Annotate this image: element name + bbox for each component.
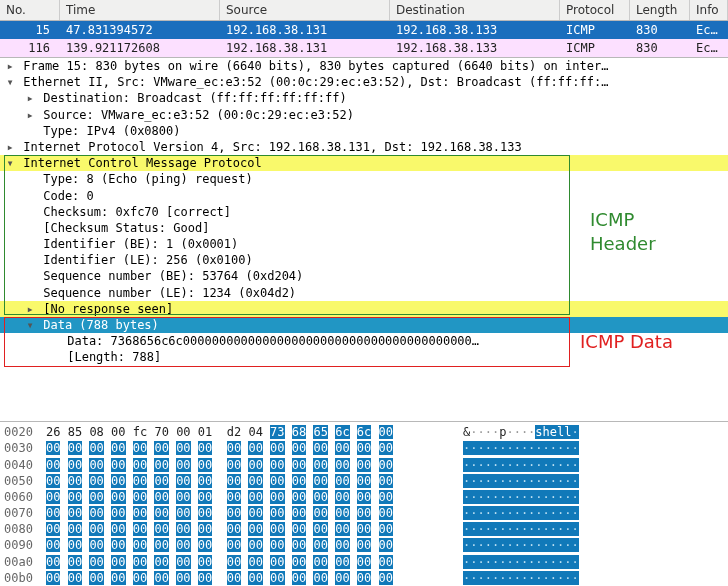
tree-line[interactable]: ▸ Sequence number (LE): 1234 (0x04d2) bbox=[0, 285, 728, 301]
disclosure-triangle-icon[interactable]: ▸ bbox=[24, 90, 36, 106]
hex-bytes: 26 85 08 00 fc 70 00 01 d2 04 73 68 65 6… bbox=[46, 424, 451, 440]
tree-line[interactable]: ▾ Internet Control Message Protocol bbox=[0, 155, 728, 171]
cell-no: 15 bbox=[0, 21, 60, 39]
tree-text: Destination: Broadcast (ff:ff:ff:ff:ff:f… bbox=[36, 91, 347, 105]
tree-line[interactable]: ▸ Frame 15: 830 bytes on wire (6640 bits… bbox=[0, 58, 728, 74]
cell-dst: 192.168.38.133 bbox=[390, 39, 560, 57]
disclosure-triangle-icon[interactable]: ▾ bbox=[4, 74, 16, 90]
packet-list: No. Time Source Destination Protocol Len… bbox=[0, 0, 728, 58]
hex-offset: 0090 bbox=[4, 537, 46, 553]
hex-ascii: ················ bbox=[451, 440, 724, 456]
hex-row[interactable]: 00b000 00 00 00 00 00 00 00 00 00 00 00 … bbox=[4, 570, 724, 586]
tree-text: Sequence number (BE): 53764 (0xd204) bbox=[36, 269, 303, 283]
hex-ascii: ················ bbox=[451, 521, 724, 537]
cell-len: 830 bbox=[630, 21, 690, 39]
cell-info: Ec… bbox=[690, 21, 728, 39]
tree-text: Internet Protocol Version 4, Src: 192.16… bbox=[16, 140, 522, 154]
tree-line[interactable]: ▸ Sequence number (BE): 53764 (0xd204) bbox=[0, 268, 728, 284]
hex-offset: 0080 bbox=[4, 521, 46, 537]
tree-text: Frame 15: 830 bytes on wire (6640 bits),… bbox=[16, 59, 608, 73]
hex-offset: 0050 bbox=[4, 473, 46, 489]
tree-text: Sequence number (LE): 1234 (0x04d2) bbox=[36, 286, 296, 300]
col-src[interactable]: Source bbox=[220, 0, 390, 20]
cell-src: 192.168.38.131 bbox=[220, 21, 390, 39]
tree-text: Code: 0 bbox=[36, 189, 94, 203]
cell-len: 830 bbox=[630, 39, 690, 57]
cell-info: Ec… bbox=[690, 39, 728, 57]
hex-ascii: ················ bbox=[451, 473, 724, 489]
tree-line[interactable]: ▸ Destination: Broadcast (ff:ff:ff:ff:ff… bbox=[0, 90, 728, 106]
hex-offset: 0070 bbox=[4, 505, 46, 521]
disclosure-triangle-icon[interactable]: ▸ bbox=[24, 301, 36, 317]
hex-ascii: ················ bbox=[451, 505, 724, 521]
hex-ascii: ················ bbox=[451, 489, 724, 505]
hex-offset: 00b0 bbox=[4, 570, 46, 586]
hex-row[interactable]: 006000 00 00 00 00 00 00 00 00 00 00 00 … bbox=[4, 489, 724, 505]
tree-line[interactable]: ▸ Internet Protocol Version 4, Src: 192.… bbox=[0, 139, 728, 155]
hex-bytes: 00 00 00 00 00 00 00 00 00 00 00 00 00 0… bbox=[46, 570, 451, 586]
cell-proto: ICMP bbox=[560, 39, 630, 57]
hex-offset: 0020 bbox=[4, 424, 46, 440]
packet-details: ▸ Frame 15: 830 bytes on wire (6640 bits… bbox=[0, 58, 728, 422]
hex-ascii: ················ bbox=[451, 554, 724, 570]
hex-bytes: 00 00 00 00 00 00 00 00 00 00 00 00 00 0… bbox=[46, 457, 451, 473]
tree-text: Data (788 bytes) bbox=[36, 318, 159, 332]
hex-ascii: ················ bbox=[451, 537, 724, 553]
hex-dump: 002026 85 08 00 fc 70 00 01 d2 04 73 68 … bbox=[0, 422, 728, 586]
cell-proto: ICMP bbox=[560, 21, 630, 39]
tree-text: Data: 7368656c6c000000000000000000000000… bbox=[60, 334, 479, 348]
tree-text: Type: 8 (Echo (ping) request) bbox=[36, 172, 253, 186]
tree-text: Checksum: 0xfc70 [correct] bbox=[36, 205, 231, 219]
cell-src: 192.168.38.131 bbox=[220, 39, 390, 57]
hex-ascii: ················ bbox=[451, 457, 724, 473]
hex-bytes: 00 00 00 00 00 00 00 00 00 00 00 00 00 0… bbox=[46, 554, 451, 570]
tree-line[interactable]: ▸ [No response seen] bbox=[0, 301, 728, 317]
col-info[interactable]: Info bbox=[690, 0, 728, 20]
tree-line[interactable]: ▸ Type: IPv4 (0x0800) bbox=[0, 123, 728, 139]
hex-bytes: 00 00 00 00 00 00 00 00 00 00 00 00 00 0… bbox=[46, 489, 451, 505]
tree-text: Type: IPv4 (0x0800) bbox=[36, 124, 181, 138]
hex-bytes: 00 00 00 00 00 00 00 00 00 00 00 00 00 0… bbox=[46, 521, 451, 537]
col-dst[interactable]: Destination bbox=[390, 0, 560, 20]
hex-row[interactable]: 002026 85 08 00 fc 70 00 01 d2 04 73 68 … bbox=[4, 424, 724, 440]
hex-offset: 00a0 bbox=[4, 554, 46, 570]
hex-bytes: 00 00 00 00 00 00 00 00 00 00 00 00 00 0… bbox=[46, 473, 451, 489]
tree-line[interactable]: ▸ Source: VMware_ec:e3:52 (00:0c:29:ec:e… bbox=[0, 107, 728, 123]
hex-offset: 0060 bbox=[4, 489, 46, 505]
hex-row[interactable]: 008000 00 00 00 00 00 00 00 00 00 00 00 … bbox=[4, 521, 724, 537]
col-no[interactable]: No. bbox=[0, 0, 60, 20]
disclosure-triangle-icon[interactable]: ▾ bbox=[24, 317, 36, 333]
col-time[interactable]: Time bbox=[60, 0, 220, 20]
hex-ascii: &····p····shell· bbox=[451, 424, 724, 440]
disclosure-triangle-icon[interactable]: ▸ bbox=[24, 107, 36, 123]
col-len[interactable]: Length bbox=[630, 0, 690, 20]
hex-row[interactable]: 007000 00 00 00 00 00 00 00 00 00 00 00 … bbox=[4, 505, 724, 521]
hex-row[interactable]: 009000 00 00 00 00 00 00 00 00 00 00 00 … bbox=[4, 537, 724, 553]
hex-bytes: 00 00 00 00 00 00 00 00 00 00 00 00 00 0… bbox=[46, 505, 451, 521]
disclosure-triangle-icon[interactable]: ▸ bbox=[4, 139, 16, 155]
tree-text: Ethernet II, Src: VMware_ec:e3:52 (00:0c… bbox=[16, 75, 608, 89]
cell-time: 139.921172608 bbox=[60, 39, 220, 57]
tree-line[interactable]: ▸ Identifier (LE): 256 (0x0100) bbox=[0, 252, 728, 268]
tree-line[interactable]: ▸ Checksum: 0xfc70 [correct] bbox=[0, 204, 728, 220]
tree-line[interactable]: ▸ Identifier (BE): 1 (0x0001) bbox=[0, 236, 728, 252]
tree-line[interactable]: ▸ [Length: 788] bbox=[0, 349, 728, 365]
hex-row[interactable]: 005000 00 00 00 00 00 00 00 00 00 00 00 … bbox=[4, 473, 724, 489]
packet-row[interactable]: 1547.831394572192.168.38.131192.168.38.1… bbox=[0, 21, 728, 39]
tree-line[interactable]: ▸ Code: 0 bbox=[0, 188, 728, 204]
packet-row[interactable]: 116139.921172608192.168.38.131192.168.38… bbox=[0, 39, 728, 57]
col-proto[interactable]: Protocol bbox=[560, 0, 630, 20]
hex-row[interactable]: 00a000 00 00 00 00 00 00 00 00 00 00 00 … bbox=[4, 554, 724, 570]
tree-text: [Checksum Status: Good] bbox=[36, 221, 209, 235]
tree-line[interactable]: ▾ Ethernet II, Src: VMware_ec:e3:52 (00:… bbox=[0, 74, 728, 90]
disclosure-triangle-icon[interactable]: ▸ bbox=[4, 58, 16, 74]
hex-row[interactable]: 004000 00 00 00 00 00 00 00 00 00 00 00 … bbox=[4, 457, 724, 473]
tree-line[interactable]: ▸ Data: 7368656c6c0000000000000000000000… bbox=[0, 333, 728, 349]
tree-line[interactable]: ▸ [Checksum Status: Good] bbox=[0, 220, 728, 236]
tree-line[interactable]: ▾ Data (788 bytes) bbox=[0, 317, 728, 333]
tree-line[interactable]: ▸ Type: 8 (Echo (ping) request) bbox=[0, 171, 728, 187]
hex-offset: 0030 bbox=[4, 440, 46, 456]
hex-bytes: 00 00 00 00 00 00 00 00 00 00 00 00 00 0… bbox=[46, 440, 451, 456]
hex-row[interactable]: 003000 00 00 00 00 00 00 00 00 00 00 00 … bbox=[4, 440, 724, 456]
disclosure-triangle-icon[interactable]: ▾ bbox=[4, 155, 16, 171]
